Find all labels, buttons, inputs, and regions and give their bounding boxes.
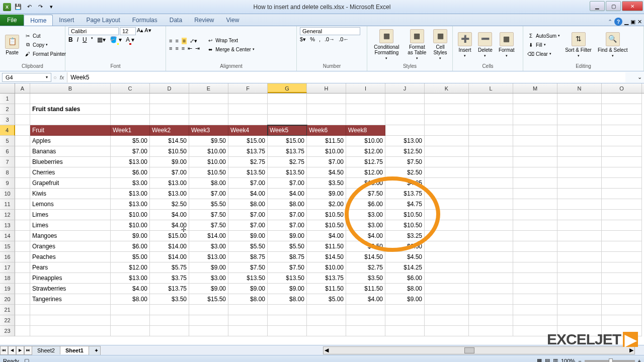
cell-D17[interactable]: $5.75 [150,262,189,273]
cell-E10[interactable]: $7.00 [189,189,228,199]
cell-M18[interactable] [513,273,557,284]
cell-E4[interactable]: Week3 [189,125,228,136]
col-header-I[interactable]: I [346,83,385,93]
increase-decimal-icon[interactable]: .0→ [325,36,335,43]
cell-G10[interactable]: $4.00 [268,189,307,199]
cell-D3[interactable] [150,115,189,125]
align-center-icon[interactable]: ≡ [175,45,178,52]
cell-N4[interactable] [557,125,602,136]
cell-H17[interactable]: $10.00 [307,262,346,273]
row-header-17[interactable]: 17 [0,262,15,273]
cell-G21[interactable] [268,305,307,315]
cell-L14[interactable] [469,231,513,241]
cell-L3[interactable] [469,115,513,125]
cell-D4[interactable]: Week2 [150,125,189,136]
cell-O11[interactable] [602,199,642,210]
cell-J12[interactable]: $10.50 [385,210,425,220]
cell-D19[interactable]: $13.75 [150,284,189,294]
cell-J5[interactable]: $13.00 [385,136,425,146]
cell-I8[interactable]: $12.00 [346,167,385,178]
cell-L6[interactable] [469,146,513,157]
sheet-tab-sheet1[interactable]: Sheet1 [60,346,89,354]
cell-B9[interactable]: Grapefruit [30,178,111,189]
expand-formula-icon[interactable]: ⌄ [635,74,644,80]
cell-F5[interactable]: $15.00 [228,136,268,146]
cell-K11[interactable] [425,199,469,210]
border-button[interactable]: ▦▾ [97,36,106,43]
cell-H5[interactable]: $11.50 [307,136,346,146]
cell-D18[interactable]: $3.75 [150,273,189,284]
cell-M21[interactable] [513,305,557,315]
cell-O1[interactable] [602,94,642,104]
cell-F14[interactable]: $9.00 [228,231,268,241]
sheet-prev-icon[interactable]: ◀ [8,346,16,355]
cell-I5[interactable]: $10.00 [346,136,385,146]
cell-N21[interactable] [557,305,602,315]
cell-C20[interactable]: $8.00 [111,294,150,305]
cell-G1[interactable] [268,94,307,104]
row-header-5[interactable]: 5 [0,136,15,146]
cell-F22[interactable] [228,315,268,326]
cell-C6[interactable]: $7.00 [111,146,150,157]
app-icon[interactable]: X [2,2,12,12]
cell-J4[interactable] [385,125,425,136]
cell-A7[interactable] [15,157,30,167]
col-header-O[interactable]: O [602,83,642,93]
copy-button[interactable]: ⧉Copy▾ [23,41,67,49]
cell-K3[interactable] [425,115,469,125]
col-header-N[interactable]: N [557,83,602,93]
cell-B12[interactable]: Limes [30,210,111,220]
cell-K20[interactable] [425,294,469,305]
cell-E23[interactable] [189,326,228,336]
paste-button[interactable]: 📋 Paste [3,34,21,56]
cell-D11[interactable]: $2.50 [150,199,189,210]
cell-B18[interactable]: Pineapples [30,273,111,284]
cell-C2[interactable] [111,104,150,115]
cell-E12[interactable]: $7.50 [189,210,228,220]
select-all-corner[interactable] [0,83,15,93]
cell-D20[interactable]: $3.50 [150,294,189,305]
cell-I10[interactable]: $7.50 [346,189,385,199]
cell-H23[interactable] [307,326,346,336]
cell-M22[interactable] [513,315,557,326]
cell-E17[interactable]: $9.00 [189,262,228,273]
cell-F7[interactable]: $2.75 [228,157,268,167]
col-header-G[interactable]: G [268,83,307,93]
cell-L8[interactable] [469,167,513,178]
cell-K2[interactable] [425,104,469,115]
row-header-13[interactable]: 13 [0,220,15,231]
cell-M5[interactable] [513,136,557,146]
cell-G14[interactable]: $9.00 [268,231,307,241]
cell-O15[interactable] [602,241,642,252]
cell-A18[interactable] [15,273,30,284]
cell-B2[interactable]: Fruit stand sales [30,104,111,115]
cell-E19[interactable]: $9.00 [189,284,228,294]
cell-D13[interactable]: $4.00 [150,220,189,231]
cell-K15[interactable] [425,241,469,252]
cell-G4[interactable]: Week5 [268,125,307,136]
cell-K18[interactable] [425,273,469,284]
cell-G3[interactable] [268,115,307,125]
cell-N15[interactable] [557,241,602,252]
cell-K22[interactable] [425,315,469,326]
cell-B19[interactable]: Strawberries [30,284,111,294]
cell-K8[interactable] [425,167,469,178]
row-header-3[interactable]: 3 [0,115,15,125]
cell-A11[interactable] [15,199,30,210]
format-painter-button[interactable]: 🖌Format Painter [23,50,67,58]
cell-O4[interactable] [602,125,642,136]
cell-B15[interactable]: Oranges [30,241,111,252]
cell-C22[interactable] [111,315,150,326]
align-top-icon[interactable]: ≡ [169,38,172,44]
cell-I6[interactable]: $12.00 [346,146,385,157]
cell-F8[interactable]: $13.50 [228,167,268,178]
cell-G17[interactable]: $7.50 [268,262,307,273]
cell-G2[interactable] [268,104,307,115]
cell-M6[interactable] [513,146,557,157]
cell-E2[interactable] [189,104,228,115]
cell-J16[interactable]: $4.50 [385,252,425,262]
view-normal-icon[interactable]: ▦ [537,357,542,362]
cell-C4[interactable]: Week1 [111,125,150,136]
cell-O22[interactable] [602,315,642,326]
cell-D23[interactable] [150,326,189,336]
